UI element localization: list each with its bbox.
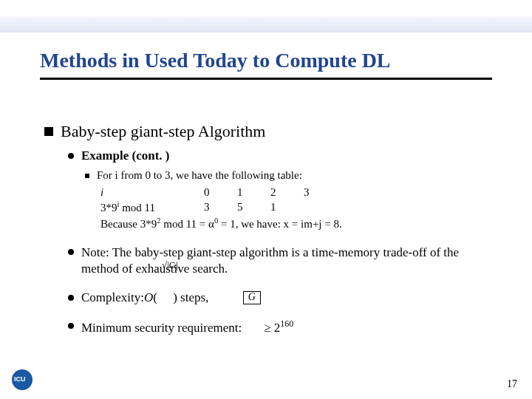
sqrt-fragment: √|G| bbox=[162, 259, 178, 272]
table-cell: 3 bbox=[204, 200, 237, 215]
disc-bullet-icon bbox=[68, 249, 74, 255]
table-cell: 2 bbox=[270, 185, 304, 200]
small-square-bullet-icon bbox=[85, 174, 89, 178]
header-band bbox=[0, 16, 532, 33]
table-cell: 5 bbox=[237, 200, 270, 215]
content-area: Baby-step giant-step Algorithm Example (… bbox=[44, 122, 495, 335]
title-underline bbox=[40, 78, 492, 80]
complexity-text: Complexity: O( ) steps, G bbox=[81, 290, 264, 305]
table-intro-text: For i from 0 to 3, we have the following… bbox=[97, 169, 302, 182]
slide-title: Methods in Used Today to Compute DL bbox=[40, 49, 391, 72]
table-header-formula: 3*9i mod 11 bbox=[100, 200, 204, 215]
complexity-item: Complexity: O( ) steps, G bbox=[68, 290, 495, 305]
page-number: 17 bbox=[507, 378, 517, 390]
disc-bullet-icon bbox=[68, 323, 74, 329]
logo-icon bbox=[12, 369, 33, 390]
note-item: Note: The baby-step giant-step algorithm… bbox=[68, 245, 495, 277]
disc-bullet-icon bbox=[68, 153, 74, 159]
table-conclusion: Because 3*92 mod 11 = α0 = 1, we have: x… bbox=[100, 216, 495, 231]
group-order-box-icon: G bbox=[243, 291, 261, 304]
table-cell: 1 bbox=[237, 185, 270, 200]
example-label: Example (cont. ) bbox=[81, 149, 495, 163]
example-heading: Example (cont. ) bbox=[68, 149, 495, 163]
table-cell bbox=[304, 200, 337, 215]
table-cell: 1 bbox=[270, 200, 304, 215]
min-security-text: Minimum security requirement: ≥ 2160 bbox=[81, 318, 293, 335]
table-intro: For i from 0 to 3, we have the following… bbox=[85, 169, 495, 182]
table-cell: 3 bbox=[304, 185, 337, 200]
table-row: i 0 1 2 3 bbox=[100, 185, 495, 200]
value-table: i 0 1 2 3 3*9i mod 11 3 5 1 Because 3*92… bbox=[100, 185, 495, 231]
section-heading: Baby-step giant-step Algorithm bbox=[44, 122, 495, 141]
note-text: Note: The baby-step giant-step algorithm… bbox=[81, 245, 495, 277]
min-security-item: Minimum security requirement: ≥ 2160 bbox=[68, 318, 495, 335]
table-row: 3*9i mod 11 3 5 1 bbox=[100, 200, 495, 215]
table-header-i: i bbox=[100, 185, 204, 200]
square-bullet-icon bbox=[44, 127, 53, 136]
disc-bullet-icon bbox=[68, 295, 74, 301]
section-heading-text: Baby-step giant-step Algorithm bbox=[61, 122, 265, 141]
table-cell: 0 bbox=[204, 185, 237, 200]
